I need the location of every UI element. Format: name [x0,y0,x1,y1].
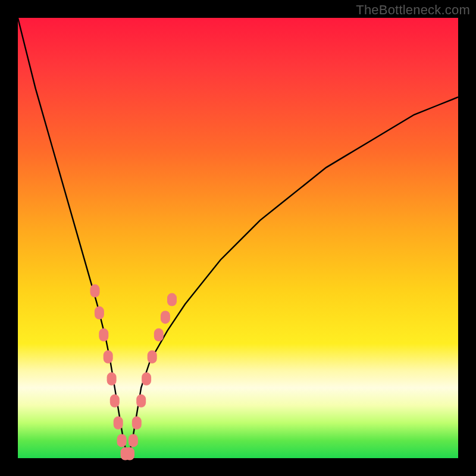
marker-dot [107,372,117,386]
marker-dot [148,350,157,364]
marker-dot [125,447,134,461]
marker-dot [154,328,164,342]
marker-dot [90,284,100,298]
curve-layer [18,18,458,458]
marker-dot [104,350,113,364]
marker-dot [136,394,146,408]
marker-dot [132,416,142,430]
marker-dot [142,372,151,386]
marker-dot [161,311,170,324]
watermark-text: TheBottleneck.com [356,2,470,18]
plot-area [18,18,458,458]
marker-dot [99,328,108,342]
marker-dot [129,434,138,447]
bottleneck-curve [18,18,458,458]
marker-dot [114,416,123,430]
marker-dot [167,293,177,306]
marker-dot [117,434,127,447]
marker-dot [95,306,104,320]
marker-dot [110,394,120,408]
chart-frame: TheBottleneck.com [0,0,476,476]
